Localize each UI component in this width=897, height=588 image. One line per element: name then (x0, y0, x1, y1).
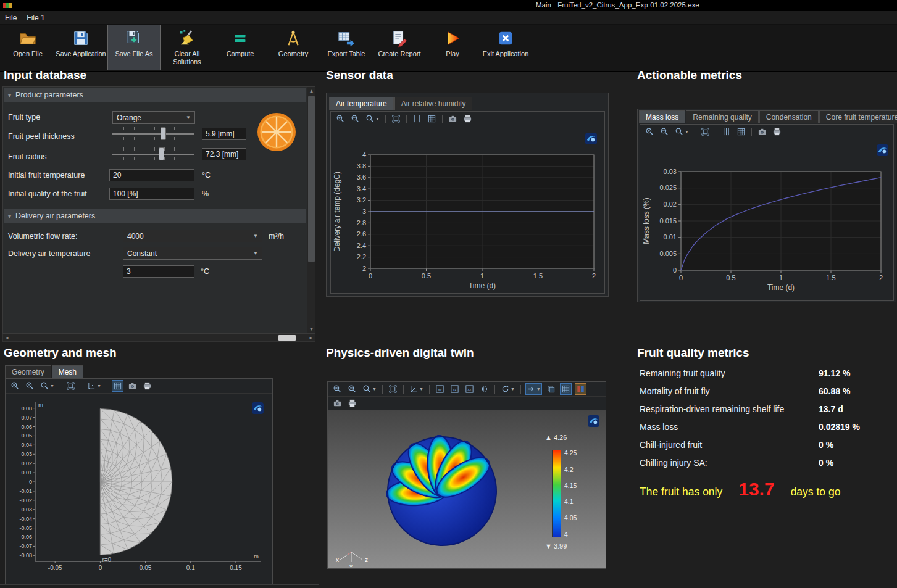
fruit-radius-value[interactable] (202, 148, 246, 160)
geometry-button[interactable]: Geometry (267, 25, 320, 70)
delivery-air-parameters-header[interactable]: ▾ Delivery air parameters (4, 209, 306, 223)
fruit-peel-thickness-slider[interactable] (112, 125, 194, 142)
toolbar-button-label: Export Table (328, 50, 365, 58)
zoom-box-dropdown-icon[interactable]: ▼ (364, 113, 381, 125)
tab-geometry[interactable]: Geometry (5, 365, 51, 378)
show-grid-toggle[interactable] (560, 383, 572, 395)
create-report-button[interactable]: Create Report (373, 25, 426, 70)
color-legend-toggle[interactable] (575, 383, 586, 395)
view-xz-button[interactable]: xz (464, 383, 475, 395)
zoom-out-icon[interactable] (346, 383, 358, 395)
digital-twin-graphics[interactable]: ▲ 4.26 4.25 4.2 4.15 4.1 4.05 4 ▼ 3.99 x… (328, 410, 606, 568)
snapshot-camera-icon[interactable] (756, 126, 768, 138)
grid-lines-icon[interactable] (426, 113, 438, 125)
slider-track[interactable] (112, 133, 194, 135)
clear-all-solutions-button[interactable]: Clear All Solutions (161, 25, 214, 70)
grid-lines-icon[interactable] (735, 126, 747, 138)
show-grid-toggle[interactable] (112, 380, 123, 392)
axis-orientation-icon[interactable]: ▼ (86, 380, 102, 392)
tab-mesh[interactable]: Mesh (52, 365, 83, 378)
zoom-box-dropdown-icon[interactable]: ▼ (674, 126, 690, 138)
snapshot-camera-icon[interactable] (127, 380, 138, 392)
comsol-logo-icon (877, 144, 888, 156)
snapshot-camera-icon[interactable] (332, 397, 343, 409)
compute-button[interactable]: Compute (214, 25, 267, 70)
fruit-peel-thickness-value[interactable] (202, 128, 246, 140)
zoom-out-icon[interactable] (24, 380, 36, 392)
save-application-button[interactable]: Save Application (54, 25, 107, 70)
slider-track[interactable] (112, 154, 194, 155)
sensor-plot[interactable]: 00.511.5222.22.42.62.833.23.43.63.84Time… (331, 126, 603, 292)
app-logo-icon (3, 3, 12, 8)
slider-thumb[interactable] (159, 147, 164, 160)
initial-quality-input[interactable] (109, 188, 194, 200)
zoom-in-icon[interactable] (332, 383, 343, 395)
zoom-extents-icon[interactable] (699, 126, 711, 138)
y-axis-lines-icon[interactable] (411, 113, 423, 125)
zoom-out-icon[interactable] (659, 126, 670, 138)
initial-fruit-temperature-input[interactable] (109, 169, 194, 181)
tab-air-temperature[interactable]: Air temperature (329, 97, 394, 110)
svg-text:y: y (349, 563, 353, 567)
slider-thumb[interactable] (161, 127, 166, 140)
tab-air-relative-humidity[interactable]: Air relative humidity (394, 97, 473, 110)
vertical-scrollbar[interactable]: ▲ ▼ (307, 87, 315, 333)
volumetric-flow-rate-dropdown[interactable]: 4000 ▼ (123, 230, 262, 242)
zoom-extents-icon[interactable] (65, 380, 77, 392)
scroll-left-icon[interactable]: ◂ (3, 334, 11, 342)
chevron-down-icon: ▼ (253, 233, 258, 239)
menu-file[interactable]: File (5, 14, 17, 22)
view-xy-button[interactable]: xy (434, 383, 446, 395)
scroll-up-icon[interactable]: ▲ (307, 87, 315, 95)
rotate-dropdown-icon[interactable]: ▼ (499, 383, 516, 395)
scene-mode-dropdown[interactable]: ▼ (525, 383, 542, 395)
zoom-box-dropdown-icon[interactable]: ▼ (39, 380, 56, 392)
delivery-air-temperature-input[interactable] (123, 265, 194, 278)
scroll-down-icon[interactable]: ▼ (307, 325, 315, 333)
tab-mass-loss[interactable]: Mass loss (639, 110, 685, 123)
print-icon[interactable] (141, 380, 153, 392)
play-button[interactable]: Play (426, 25, 479, 70)
zoom-extents-icon[interactable] (387, 383, 399, 395)
fruit-type-dropdown[interactable]: Orange ▼ (112, 111, 195, 124)
tab-condensation[interactable]: Condensation (759, 110, 819, 123)
flip-view-icon[interactable] (478, 383, 490, 395)
colorbar-tick: 4.05 (564, 514, 577, 521)
view-yz-button[interactable]: yz (449, 383, 461, 395)
mass-loss-plot[interactable]: 00.511.5200.0050.010.0150.020.0250.03Tim… (640, 139, 890, 294)
snapshot-camera-icon[interactable] (447, 113, 459, 125)
svg-text:4: 4 (362, 151, 366, 159)
save-file-as-button[interactable]: Save File As (107, 25, 161, 70)
broom-icon (177, 28, 197, 48)
y-axis-lines-icon[interactable] (720, 126, 732, 138)
scrollbar-thumb[interactable] (278, 335, 296, 341)
zoom-in-icon[interactable] (335, 113, 346, 125)
zoom-extents-icon[interactable] (390, 113, 402, 125)
zoom-in-icon[interactable] (644, 126, 656, 138)
delivery-air-temperature-dropdown[interactable]: Constant ▼ (123, 247, 262, 260)
menu-file-1[interactable]: File 1 (27, 14, 44, 22)
metric-row: Chilling injury SA: 0 % (640, 454, 896, 472)
print-icon[interactable] (462, 113, 474, 125)
export-table-button[interactable]: Export Table (320, 25, 373, 70)
comsol-logo-icon (588, 415, 599, 427)
fruit-radius-slider[interactable] (112, 146, 194, 162)
product-parameters-header[interactable]: ▾ Product parameters (4, 88, 306, 102)
scroll-right-icon[interactable]: ▸ (307, 334, 315, 342)
print-icon[interactable] (346, 397, 358, 409)
zoom-in-icon[interactable] (9, 380, 21, 392)
horizontal-scrollbar[interactable]: ◂ ▸ (2, 334, 315, 342)
open-file-button[interactable]: Open File (1, 25, 54, 70)
layers-icon[interactable] (545, 383, 557, 395)
tab-core-fruit-temperature[interactable]: Core fruit temperature (819, 110, 897, 123)
tab-remaining-quality[interactable]: Remaining quality (686, 110, 758, 123)
print-icon[interactable] (771, 126, 783, 138)
svg-text:0.02: 0.02 (21, 460, 32, 466)
zoom-box-dropdown-icon[interactable]: ▼ (361, 383, 378, 395)
axis-orientation-icon[interactable]: ▼ (408, 383, 425, 395)
metric-row: Mass loss 0.02819 % (640, 418, 896, 436)
mesh-plot[interactable]: 0.080.070.060.050.040.030.020.010-0.01-0… (6, 394, 270, 580)
zoom-out-icon[interactable] (349, 113, 361, 125)
scrollbar-thumb[interactable] (308, 96, 315, 262)
exit-application-button[interactable]: Exit Application (479, 25, 532, 70)
